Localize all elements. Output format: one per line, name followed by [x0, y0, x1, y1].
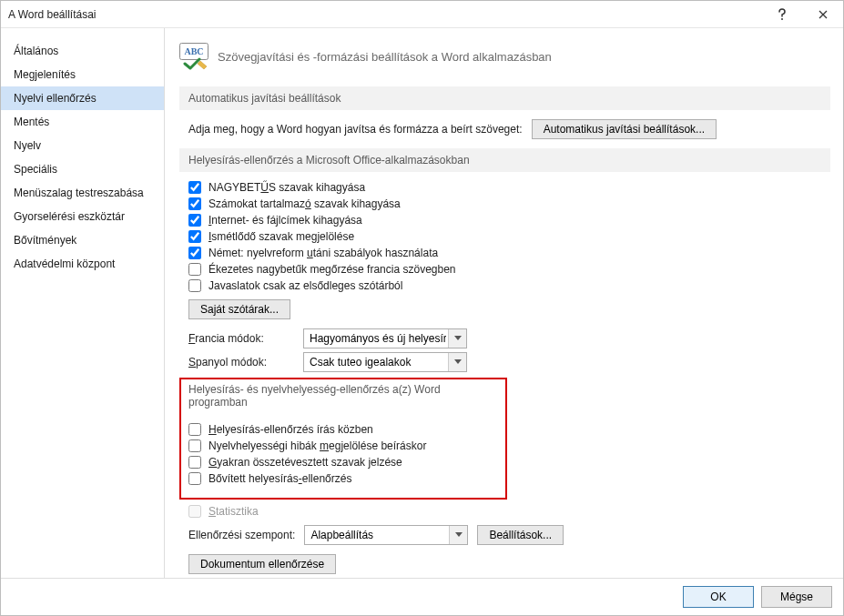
- titlebar: A Word beállításai: [1, 1, 843, 28]
- opt-statistics: [188, 505, 201, 518]
- window-title: A Word beállításai: [8, 8, 761, 21]
- sidebar-item-save[interactable]: Mentés: [1, 110, 164, 134]
- sidebar-item-general[interactable]: Általános: [1, 39, 164, 63]
- opt-numbers[interactable]: [188, 197, 201, 210]
- opt-check-spelling-label: Helyesírás-ellenőrzés írás közben: [208, 423, 373, 436]
- autocorrect-row-label: Adja meg, hogy a Word hogyan javítsa és …: [188, 123, 523, 136]
- sidebar-item-addins[interactable]: Bővítmények: [1, 228, 164, 252]
- opt-confused-words-label: Gyakran összetévesztett szavak jelzése: [208, 456, 402, 469]
- opt-main-dict[interactable]: [188, 279, 201, 292]
- writing-style-label: Ellenőrzési szempont:: [188, 529, 295, 541]
- sidebar-item-quick-access[interactable]: Gyorselérési eszköztár: [1, 205, 164, 228]
- word-proofing-highlighted-box: Helyesírás- és nyelvhelyesség-ellenőrzés…: [179, 378, 507, 500]
- svg-text:ABC: ABC: [184, 46, 203, 56]
- office-options: NAGYBETŰS szavak kihagyása Számokat tart…: [179, 181, 830, 372]
- sidebar-item-trust-center[interactable]: Adatvédelmi központ: [1, 252, 164, 276]
- cancel-button[interactable]: Mégse: [761, 586, 832, 608]
- opt-internet[interactable]: [188, 214, 201, 227]
- close-icon: [819, 10, 828, 19]
- sidebar: Általános Megjelenítés Nyelvi ellenőrzés…: [1, 28, 165, 578]
- opt-german-label: Német: nyelvreform utáni szabályok haszn…: [208, 247, 438, 259]
- word-options-dialog: A Word beállításai Általános Megjeleníté…: [0, 0, 844, 616]
- sidebar-item-proofing[interactable]: Nyelvi ellenőrzés: [1, 86, 164, 110]
- opt-grammar-mark-label: Nyelvhelyességi hibák megjelölése beírás…: [208, 439, 426, 452]
- section-word-title: Helyesírás- és nyelvhelyesség-ellenőrzés…: [181, 379, 505, 414]
- opt-uppercase-label: NAGYBETŰS szavak kihagyása: [208, 181, 365, 194]
- opt-grammar-mark[interactable]: [188, 439, 201, 452]
- help-icon: [778, 8, 787, 21]
- french-modes-select[interactable]: [303, 328, 467, 348]
- settings-button[interactable]: Beállítások...: [477, 525, 564, 545]
- recheck-document-button[interactable]: Dokumentum ellenőrzése: [188, 554, 336, 574]
- spanish-modes-select[interactable]: [303, 352, 467, 372]
- french-modes-label: Francia módok:: [188, 332, 298, 345]
- custom-dictionaries-button[interactable]: Saját szótárak...: [188, 299, 290, 319]
- svg-point-0: [781, 18, 783, 20]
- sidebar-item-language[interactable]: Nyelv: [1, 134, 164, 157]
- dialog-footer: OK Mégse: [1, 578, 843, 615]
- help-button[interactable]: [761, 1, 802, 28]
- opt-statistics-label: Statisztika: [208, 505, 259, 518]
- page-subtitle: Szövegjavítási és -formázási beállítások…: [218, 50, 552, 64]
- section-autocorrect-title: Automatikus javítási beállítások: [179, 86, 830, 110]
- opt-numbers-label: Számokat tartalmazó szavak kihagyása: [208, 197, 401, 210]
- autocorrect-options-button[interactable]: Automatikus javítási beállítások...: [532, 119, 717, 139]
- opt-uppercase[interactable]: [188, 181, 201, 194]
- section-office-title: Helyesírás-ellenőrzés a Microsoft Office…: [179, 148, 830, 172]
- opt-confused-words[interactable]: [188, 456, 201, 469]
- proofing-icon: ABC: [179, 43, 208, 70]
- opt-internet-label: Internet- és fájlcímek kihagyása: [208, 214, 362, 227]
- writing-style-select[interactable]: [304, 525, 468, 545]
- opt-french-caps[interactable]: [188, 263, 201, 276]
- opt-french-caps-label: Ékezetes nagybetűk megőrzése francia szö…: [208, 263, 456, 276]
- sidebar-item-advanced[interactable]: Speciális: [1, 157, 164, 181]
- close-button[interactable]: [802, 1, 843, 28]
- opt-repeat[interactable]: [188, 230, 201, 243]
- opt-german[interactable]: [188, 247, 201, 259]
- content-panel: ABC Szövegjavítási és -formázási beállít…: [165, 28, 843, 578]
- opt-main-dict-label: Javaslatok csak az elsődleges szótárból: [208, 279, 402, 292]
- sidebar-item-customize-ribbon[interactable]: Menüszalag testreszabása: [1, 181, 164, 205]
- sidebar-item-display[interactable]: Megjelenítés: [1, 63, 164, 86]
- opt-repeat-label: Ismétlődő szavak megjelölése: [208, 230, 354, 243]
- opt-extended-spell[interactable]: [188, 472, 201, 485]
- ok-button[interactable]: OK: [683, 586, 754, 608]
- spanish-modes-label: Spanyol módok:: [188, 356, 298, 369]
- opt-extended-spell-label: Bővített helyesírás-ellenőrzés: [208, 472, 351, 485]
- opt-check-spelling[interactable]: [188, 423, 201, 436]
